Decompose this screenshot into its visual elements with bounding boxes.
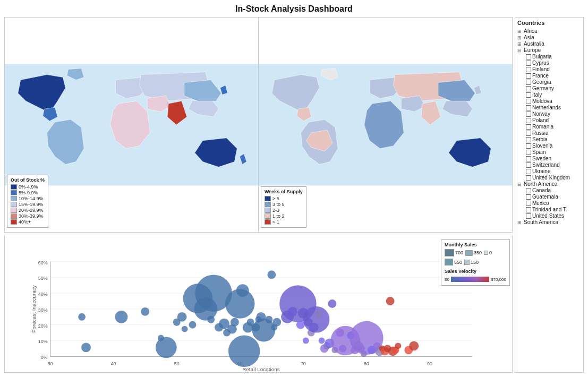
svg-point-46 — [236, 284, 249, 297]
maps-row: Out of Stock % 0%-4.9%5%-9.9%10%-14.9%15… — [4, 17, 513, 233]
svg-point-75 — [328, 299, 336, 308]
tree-leaf[interactable]: United States — [526, 213, 581, 219]
tree-leaf[interactable]: France — [526, 73, 581, 79]
checkbox[interactable] — [526, 162, 531, 168]
country-label: Moldova — [532, 98, 552, 104]
checkbox[interactable] — [526, 67, 531, 72]
tree-group-header[interactable]: ⊞Africa — [517, 28, 581, 34]
tree-leaf[interactable]: Serbia — [526, 136, 581, 142]
tree-leaf[interactable]: Sweden — [526, 156, 581, 161]
checkbox[interactable] — [526, 73, 531, 79]
country-label: Russia — [532, 130, 549, 136]
checkbox[interactable] — [526, 194, 531, 200]
country-label: United States — [532, 213, 564, 219]
tree-leaf[interactable]: Mexico — [526, 200, 581, 206]
checkbox[interactable] — [526, 201, 531, 206]
checkbox[interactable] — [526, 124, 531, 130]
svg-text:0%: 0% — [41, 355, 48, 360]
checkbox[interactable] — [526, 188, 531, 193]
tree-leaf[interactable]: Finland — [526, 66, 581, 72]
country-label: France — [532, 73, 549, 79]
svg-point-33 — [177, 312, 187, 322]
tree-group: ⊞Africa — [517, 28, 581, 34]
expand-icon: ⊞ — [517, 35, 523, 40]
checkbox[interactable] — [526, 150, 531, 155]
tree-leaf[interactable]: Germany — [526, 85, 581, 91]
legend-item: 5%-9.9% — [11, 190, 45, 195]
checkbox[interactable] — [526, 92, 531, 98]
tree-leaf[interactable]: Moldova — [526, 98, 581, 104]
checkbox[interactable] — [526, 54, 531, 59]
tree-leaf[interactable]: Cyprus — [526, 60, 581, 66]
svg-text:30%: 30% — [38, 307, 48, 313]
tree-leaf[interactable]: Slovenia — [526, 143, 581, 149]
svg-point-54 — [265, 316, 272, 323]
country-label: Bulgaria — [532, 54, 552, 59]
tree-group-header[interactable]: ⊟Europe — [517, 47, 581, 53]
velocity-max: $70,000 — [491, 277, 506, 282]
tree-leaf[interactable]: Trinidad and T. — [526, 207, 581, 212]
checkbox[interactable] — [526, 137, 531, 142]
checkbox[interactable] — [526, 99, 531, 104]
checkbox[interactable] — [526, 80, 531, 85]
tree-leaf[interactable]: Romania — [526, 124, 581, 130]
svg-point-95 — [395, 342, 402, 349]
country-label: Guatemala — [532, 194, 558, 200]
checkbox[interactable] — [526, 213, 531, 219]
svg-point-57 — [272, 318, 281, 327]
svg-text:10%: 10% — [38, 339, 48, 344]
country-label: Slovenia — [532, 143, 552, 149]
tree-leaf[interactable]: Ukraine — [526, 168, 581, 174]
svg-text:40%: 40% — [38, 292, 48, 297]
out-of-stock-legend: Out of Stock % 0%-4.9%5%-9.9%10%-14.9%15… — [7, 175, 48, 228]
tree-leaf[interactable]: Poland — [526, 117, 581, 123]
tree-group-header[interactable]: ⊞South America — [517, 219, 581, 225]
weeks-supply-legend-title: Weeks of Supply — [265, 189, 303, 194]
checkbox[interactable] — [526, 112, 531, 117]
weeks-of-supply-map: Weeks of Supply > 53 to 52-31 to 2< 1 — [259, 18, 512, 232]
country-label: Mexico — [532, 200, 549, 206]
checkbox[interactable] — [526, 118, 531, 123]
tree-leaf[interactable]: Guatemala — [526, 194, 581, 200]
checkbox[interactable] — [526, 156, 531, 161]
country-label: Romania — [532, 124, 553, 130]
scatter-plot: 0% 10% 20% 30% 40% 50% 60% 30 4 — [4, 235, 513, 373]
svg-point-47 — [228, 336, 260, 367]
tree-leaf[interactable]: Norway — [526, 111, 581, 117]
tree-group-header[interactable]: ⊞Asia — [517, 35, 581, 40]
checkbox[interactable] — [526, 175, 531, 181]
checkbox[interactable] — [526, 105, 531, 110]
tree-leaf[interactable]: Bulgaria — [526, 54, 581, 59]
checkbox[interactable] — [526, 131, 531, 136]
tree-leaf[interactable]: Italy — [526, 92, 581, 98]
svg-text:Forecast Inaccuracy: Forecast Inaccuracy — [31, 285, 37, 332]
expand-icon: ⊟ — [517, 182, 523, 187]
tree-group-header[interactable]: ⊞Australia — [517, 41, 581, 47]
svg-point-92 — [386, 297, 395, 305]
country-label: Serbia — [532, 136, 548, 142]
tree-leaf[interactable]: Spain — [526, 149, 581, 155]
sidebar-title: Countries — [517, 20, 581, 26]
tree-leaf[interactable]: Netherlands — [526, 105, 581, 110]
checkbox[interactable] — [526, 143, 531, 149]
svg-point-69 — [303, 306, 330, 333]
tree-leaf[interactable]: United Kingdom — [526, 175, 581, 181]
checkbox[interactable] — [526, 207, 531, 212]
tree-leaf[interactable]: Canada — [526, 187, 581, 193]
country-label: Poland — [532, 117, 549, 123]
country-label: United Kingdom — [532, 175, 570, 181]
checkbox[interactable] — [526, 169, 531, 174]
checkbox[interactable] — [526, 86, 531, 91]
tree-leaf[interactable]: Georgia — [526, 79, 581, 85]
checkbox[interactable] — [526, 61, 531, 66]
monthly-sales-title: Monthly Sales — [445, 242, 506, 247]
svg-point-97 — [409, 341, 419, 350]
group-label: Asia — [524, 35, 534, 40]
tree-leaf[interactable]: Switzerland — [526, 162, 581, 168]
tree-leaf[interactable]: Russia — [526, 130, 581, 136]
svg-point-35 — [189, 321, 197, 329]
main-content: Out of Stock % 0%-4.9%5%-9.9%10%-14.9%15… — [4, 17, 584, 373]
page-title: In-Stock Analysis Dashboard — [4, 4, 584, 14]
svg-text:90: 90 — [427, 361, 432, 366]
tree-group-header[interactable]: ⊟North America — [517, 181, 581, 187]
